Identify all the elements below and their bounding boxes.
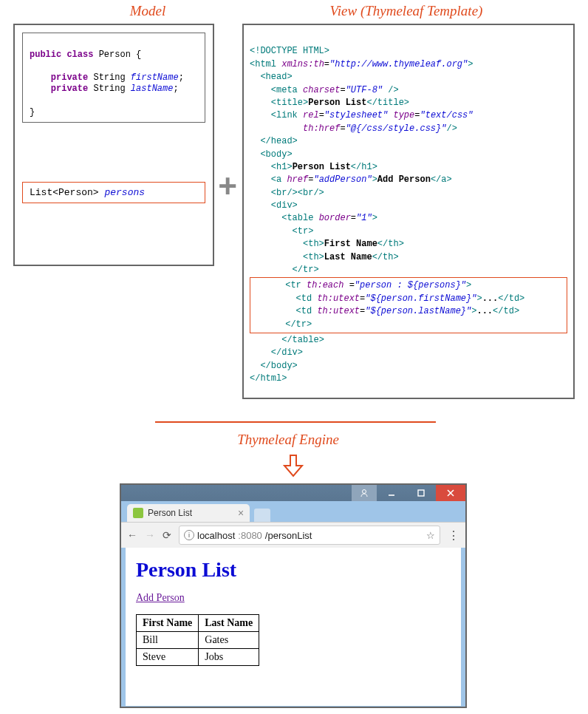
window-titlebar bbox=[121, 485, 465, 501]
url-port: :8080 bbox=[238, 530, 262, 541]
minimize-button[interactable] bbox=[377, 485, 406, 501]
favicon-icon bbox=[133, 508, 143, 518]
plus-icon: + bbox=[218, 170, 237, 207]
tab-row: Person List × bbox=[121, 501, 465, 522]
template-code: <!DOCTYPE HTML> <html xmlns:th="http://w… bbox=[250, 33, 567, 386]
col-first-name: First Name bbox=[137, 615, 199, 632]
list-declaration: List<Person> persons bbox=[22, 182, 205, 203]
browser-tab[interactable]: Person List × bbox=[127, 504, 250, 522]
table-row: Bill Gates bbox=[137, 632, 259, 649]
bookmark-star-icon[interactable]: ☆ bbox=[426, 530, 435, 541]
back-button[interactable]: ← bbox=[127, 529, 137, 541]
tab-title: Person List bbox=[148, 508, 192, 518]
flow-line bbox=[155, 421, 436, 423]
reload-button[interactable]: ⟳ bbox=[163, 529, 171, 541]
model-code: public class Person { private String fir… bbox=[22, 33, 205, 123]
page-heading: Person List bbox=[136, 558, 451, 582]
address-bar[interactable]: i localhost:8080/personList ☆ bbox=[179, 526, 440, 545]
menu-button[interactable]: ⋮ bbox=[448, 528, 459, 543]
view-panel: <!DOCTYPE HTML> <html xmlns:th="http://w… bbox=[242, 24, 575, 399]
browser-window: Person List × ← → ⟳ i localhost:8080/per… bbox=[120, 483, 467, 708]
result-table: First Name Last Name Bill Gates Steve Jo… bbox=[136, 614, 259, 666]
add-person-link[interactable]: Add Person bbox=[136, 592, 185, 603]
user-icon[interactable] bbox=[352, 485, 377, 501]
info-icon: i bbox=[184, 530, 194, 540]
svg-point-0 bbox=[363, 490, 366, 494]
model-panel: public class Person { private String fir… bbox=[13, 24, 214, 266]
engine-title: Thymeleaf Engine bbox=[214, 432, 362, 448]
table-row: Steve Jobs bbox=[137, 649, 259, 666]
url-host: localhost bbox=[197, 530, 235, 541]
page-body: Person List Add Person First Name Last N… bbox=[126, 548, 461, 706]
col-last-name: Last Name bbox=[199, 615, 259, 632]
tab-close-icon[interactable]: × bbox=[238, 507, 244, 519]
template-highlight: <tr th:each ="person : ${persons}"> <td … bbox=[250, 277, 567, 333]
model-title: Model bbox=[118, 3, 177, 19]
svg-rect-2 bbox=[418, 490, 424, 496]
new-tab-button[interactable] bbox=[254, 509, 270, 522]
url-path: /personList bbox=[265, 530, 312, 541]
address-bar-row: ← → ⟳ i localhost:8080/personList ☆ ⋮ bbox=[121, 522, 465, 548]
table-header-row: First Name Last Name bbox=[137, 615, 259, 632]
maximize-button[interactable] bbox=[406, 485, 436, 501]
arrow-down-icon bbox=[281, 454, 306, 477]
view-title: View (Thymeleaf Template) bbox=[310, 3, 502, 19]
forward-button[interactable]: → bbox=[145, 529, 155, 541]
close-button[interactable] bbox=[436, 485, 465, 501]
